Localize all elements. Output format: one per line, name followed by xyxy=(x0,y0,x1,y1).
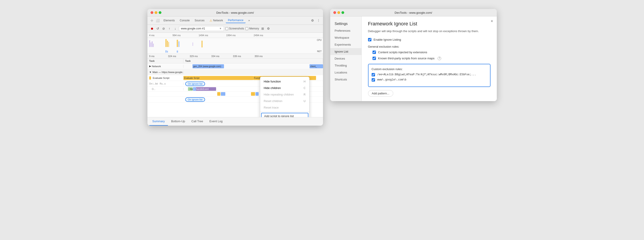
url-bar[interactable]: www.google.com #1 ▼ xyxy=(179,26,224,31)
t-329ms: 329 ms xyxy=(190,55,198,58)
tab-call-tree[interactable]: Call Tree xyxy=(188,117,206,126)
hide-children-item[interactable]: Hide children C xyxy=(260,85,309,91)
sidebar-experiments[interactable]: Experiments xyxy=(330,41,362,48)
sidebar-locations[interactable]: Locations xyxy=(330,69,362,76)
traffic-lights-right xyxy=(333,11,344,14)
ts-2494ms: 2494 ms xyxy=(254,34,263,37)
tab-console[interactable]: Console xyxy=(178,18,192,23)
content-scripts-label: Content scripts injected by extensions xyxy=(378,51,427,54)
svg-rect-1 xyxy=(150,42,151,47)
maximize-traffic-light[interactable] xyxy=(159,11,162,14)
on-ignore-list-badge-2[interactable]: On ignore list xyxy=(185,97,205,102)
tab-network[interactable]: ⚠ Network xyxy=(207,18,225,23)
memory-checkbox[interactable]: Memory xyxy=(245,27,259,30)
settings-sidebar: Settings Preferences Workspace Experimen… xyxy=(330,16,362,101)
settings-close-button[interactable]: × xyxy=(491,19,493,23)
exclusion-rule-2-checkbox[interactable] xyxy=(372,78,375,82)
traffic-lights-left xyxy=(150,11,162,14)
close-traffic-light-r[interactable] xyxy=(333,11,336,14)
tab-elements[interactable]: Elements xyxy=(162,18,177,23)
tab-event-log[interactable]: Event Log xyxy=(206,117,226,126)
trigger-bar[interactable]: trig xyxy=(189,87,193,91)
svg-rect-9 xyxy=(192,42,193,46)
third-party-label: Known third-party scripts from source ma… xyxy=(378,57,435,60)
third-party-checkbox[interactable] xyxy=(372,57,376,60)
capture-icon[interactable]: ⊞ xyxy=(260,26,265,31)
sidebar-ignore-list[interactable]: Ignore List xyxy=(330,48,362,55)
small-bar-1[interactable] xyxy=(217,92,220,96)
exclusion-rule-1-checkbox[interactable] xyxy=(372,73,375,76)
device-icon[interactable]: ⬜ xyxy=(156,18,160,23)
main-label: ▼ Main — https://www.google.com/ xyxy=(148,71,184,74)
reset-children-shortcut: U xyxy=(304,100,306,103)
url-dropdown[interactable]: ▼ xyxy=(219,27,222,30)
tab-summary[interactable]: Summary xyxy=(149,117,168,126)
on-ignore-list-badge-1[interactable]: On ignore list xyxy=(185,82,205,86)
tab-more[interactable]: » xyxy=(246,18,252,23)
context-menu: Hide function H Hide children C Hide rep… xyxy=(260,77,310,117)
maximize-traffic-light-r[interactable] xyxy=(342,11,344,14)
tab-sources[interactable]: Sources xyxy=(192,18,207,23)
help-icon[interactable]: ? xyxy=(438,57,441,60)
minimize-traffic-light-r[interactable] xyxy=(338,11,340,14)
inspect-icon[interactable]: ⊹ xyxy=(150,18,154,23)
enable-ignore-checkbox[interactable] xyxy=(368,38,372,41)
small-bar-4[interactable] xyxy=(256,92,259,96)
minimize-traffic-light[interactable] xyxy=(155,11,157,14)
settings-wrapper: × Settings Preferences Workspace Experim… xyxy=(330,16,497,101)
hide-children-label: Hide children xyxy=(264,86,281,90)
settings2-icon[interactable]: ⚙ xyxy=(266,26,271,31)
time-ruler-row: 9 ms 324 ms 329 ms 334 ms 339 ms 359 ms xyxy=(148,54,323,59)
z-handle-bar[interactable]: z.handleEvent xyxy=(194,87,216,91)
gen204-bar[interactable]: gen_204 (www.google.com) xyxy=(192,64,224,68)
svg-rect-13 xyxy=(177,51,178,53)
add-pattern-button[interactable]: Add pattern... xyxy=(368,90,393,97)
flame-chart: Task Task ▶ Network gen_204 (www.google.… xyxy=(148,59,323,117)
content-scripts-checkbox[interactable] xyxy=(372,51,376,54)
sidebar-devices[interactable]: Devices xyxy=(330,55,362,62)
titlebar-right: DevTools - www.google.com/ xyxy=(330,9,497,16)
custom-exclusion-box: Custom exclusion rules: /ee=ALeJib:B8gLw… xyxy=(368,64,490,87)
recording-toolbar: ⏺ ↺ ⊘ ↑ ↓ www.google.com #1 ▼ Screenshot… xyxy=(148,25,323,33)
svg-rect-2 xyxy=(152,41,152,47)
bottom-tabs: Summary Bottom-Up Call Tree Event Log xyxy=(148,117,323,126)
exclusion-rule-2: www\.google\.com\b xyxy=(372,78,487,82)
evaluate-bar[interactable]: Evaluate Script xyxy=(184,76,253,80)
col-task2: Task xyxy=(184,59,323,63)
client-bar[interactable]: client_ xyxy=(310,64,323,68)
svg-rect-12 xyxy=(167,51,168,53)
network-row: ▶ Network gen_204 (www.google.com) clien… xyxy=(148,63,323,69)
c-bar[interactable]: c xyxy=(193,87,196,91)
record-icon[interactable]: ⏺ xyxy=(150,26,154,31)
reload-icon[interactable]: ↺ xyxy=(156,26,160,31)
main-content xyxy=(184,69,323,75)
settings-content: Framework Ignore List Debugger will skip… xyxy=(362,16,497,101)
general-exclusion-section: General exclusion rules: Content scripts… xyxy=(368,45,490,60)
main-toolbar: ⊹ ⬜ Elements Console Sources ⚠ Network P… xyxy=(148,16,323,25)
screenshots-checkbox[interactable]: Screenshots xyxy=(225,27,244,30)
download-icon[interactable]: ↓ xyxy=(173,26,178,31)
window-title-left: DevTools - www.google.com/ xyxy=(216,11,254,14)
hide-function-item[interactable]: Hide function H xyxy=(260,78,309,85)
small-bar-2[interactable] xyxy=(221,92,225,96)
settings-icon[interactable]: ⚙ xyxy=(310,18,315,23)
enable-ignore-row: Enable Ignore Listing xyxy=(368,38,490,41)
add-script-item[interactable]: Add script to ignore list xyxy=(261,113,308,117)
context-menu-divider xyxy=(260,112,309,112)
sidebar-throttling[interactable]: Throttling xyxy=(330,62,362,69)
tab-bottom-up[interactable]: Bottom-Up xyxy=(168,117,188,126)
sidebar-shortcuts[interactable]: Shortcuts xyxy=(330,76,362,83)
ts-4ms: 4 ms xyxy=(149,34,155,37)
stop-icon[interactable]: ⊘ xyxy=(162,26,166,31)
ts-1494ms: 1494 ms xyxy=(198,34,208,37)
more-icon[interactable]: ⋮ xyxy=(316,18,321,23)
tab-performance[interactable]: Performance xyxy=(226,18,246,23)
small-bar-3[interactable] xyxy=(251,92,255,96)
sidebar-preferences[interactable]: Preferences xyxy=(330,27,362,34)
t-334ms: 334 ms xyxy=(211,55,220,58)
close-traffic-light[interactable] xyxy=(150,11,153,14)
t-359ms: 359 ms xyxy=(254,55,263,58)
upload-icon[interactable]: ↑ xyxy=(167,26,172,31)
sidebar-workspace[interactable]: Workspace xyxy=(330,34,362,41)
evaluate-label: Evaluate Script xyxy=(148,76,184,80)
